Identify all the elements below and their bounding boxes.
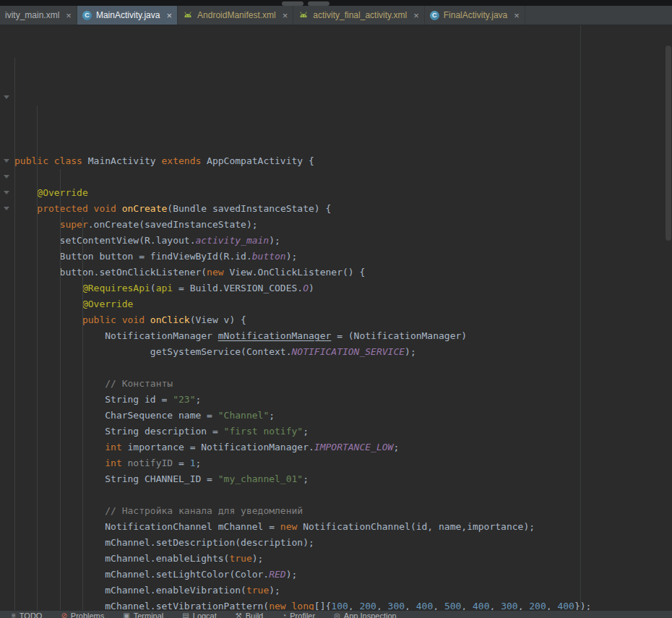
code-line-9[interactable]: @RequiresApi(api = Build.VERSION_CODES.O… bbox=[14, 280, 672, 296]
tab-label: activity_final_activity.xml bbox=[313, 10, 407, 20]
terminal-icon: ▣ bbox=[123, 611, 129, 618]
code-line-4[interactable]: protected void onCreate(Bundle savedInst… bbox=[14, 201, 672, 217]
toolwindow-label: Terminal bbox=[134, 611, 164, 618]
java-class-icon: C bbox=[82, 11, 92, 20]
logcat-icon: ▤ bbox=[182, 611, 189, 618]
toolwindow-button-logcat[interactable]: ▤Logcat bbox=[182, 611, 216, 618]
toolwindow-label: Profiler bbox=[290, 611, 315, 618]
indent-guide bbox=[37, 106, 38, 611]
toolwindow-button-terminal[interactable]: ▣Terminal bbox=[123, 611, 163, 618]
android-icon bbox=[183, 10, 193, 20]
code-line-26[interactable]: mChannel.enableLights(true); bbox=[14, 551, 672, 567]
indent-guide bbox=[82, 217, 83, 611]
tab-close-icon[interactable]: × bbox=[166, 11, 172, 20]
code-line-10[interactable]: @Override bbox=[14, 296, 672, 312]
right-margin-guide bbox=[580, 25, 581, 611]
bottom-tool-bar: ≡TODO⊘Problems▣Terminal▤Logcat⚒Build◔Pro… bbox=[0, 610, 672, 618]
tab-activity-final-activity-xml[interactable]: activity_final_activity.xml× bbox=[293, 6, 424, 25]
toolwindow-button-problems[interactable]: ⊘Problems bbox=[61, 611, 104, 618]
code-line-16[interactable]: String id = "23"; bbox=[14, 392, 672, 408]
toolwindow-button-todo[interactable]: ≡TODO bbox=[12, 611, 42, 618]
tab-ivity-main-xml[interactable]: ivity_main.xml× bbox=[0, 6, 77, 25]
editor-tab-bar: ivity_main.xml×CMainActivity.java×Androi… bbox=[0, 6, 672, 25]
tab-close-icon[interactable]: × bbox=[413, 11, 419, 20]
tab-close-icon[interactable]: × bbox=[66, 11, 72, 20]
java-class-icon: C bbox=[430, 11, 439, 20]
tab-label: AndroidManifest.xml bbox=[197, 10, 276, 20]
tab-close-icon[interactable]: × bbox=[283, 11, 288, 20]
code-line-27[interactable]: mChannel.setLightColor(Color.RED); bbox=[14, 567, 672, 583]
build-hammer-icon: ⚒ bbox=[236, 611, 242, 618]
editor-scrollbar-thumb[interactable] bbox=[665, 46, 671, 241]
toolwindow-label: Build bbox=[246, 611, 263, 618]
toolbar-fragment bbox=[308, 1, 329, 6]
tab-mainactivity-java[interactable]: CMainActivity.java× bbox=[77, 6, 178, 25]
tab-label: ivity_main.xml bbox=[5, 10, 59, 20]
toolwindow-label: Logcat bbox=[193, 611, 217, 618]
code-line-15[interactable]: // Константы bbox=[14, 376, 672, 392]
code-line-13[interactable]: getSystemService(Context.NOTIFICATION_SE… bbox=[14, 344, 672, 360]
code-line-25[interactable]: mChannel.setDescription(description); bbox=[14, 535, 672, 551]
tab-finalactivity-java[interactable]: CFinalActivity.java× bbox=[425, 6, 525, 25]
code-line-28[interactable]: mChannel.enableVibration(true); bbox=[14, 583, 672, 598]
code-line-17[interactable]: CharSequence name = "Channel"; bbox=[14, 408, 672, 424]
editor-pane[interactable]: public class MainActivity extends AppCom… bbox=[0, 25, 672, 611]
code-line-29[interactable]: mChannel.setVibrationPattern(new long[]{… bbox=[14, 598, 672, 611]
code-line-14[interactable] bbox=[14, 360, 672, 376]
code-line-19[interactable]: int importance = NotificationManager.IMP… bbox=[14, 439, 672, 455]
code-line-3[interactable]: @Override bbox=[14, 185, 672, 201]
fold-arrow-icon[interactable] bbox=[4, 191, 9, 194]
tab-close-icon[interactable]: × bbox=[514, 11, 520, 20]
code-line-20[interactable]: int notifyID = 1; bbox=[14, 455, 672, 471]
code-line-22[interactable] bbox=[14, 487, 672, 503]
main-toolbar-cropped bbox=[0, 0, 672, 6]
code-line-2[interactable] bbox=[14, 169, 672, 185]
toolwindow-button-app-inspection[interactable]: ◎App Inspection bbox=[334, 611, 397, 618]
tab-androidmanifest-xml[interactable]: AndroidManifest.xml× bbox=[178, 6, 293, 25]
code-line-24[interactable]: NotificationChannel mChannel = new Notif… bbox=[14, 519, 672, 535]
code-line-1[interactable]: public class MainActivity extends AppCom… bbox=[14, 153, 672, 169]
problems-icon: ⊘ bbox=[61, 611, 66, 618]
android-icon bbox=[298, 10, 309, 20]
toolbar-fragment bbox=[282, 1, 303, 6]
tab-label: FinalActivity.java bbox=[444, 10, 507, 20]
code-line-23[interactable]: // Настройка канала для уведомлений bbox=[14, 503, 672, 519]
fold-arrow-icon[interactable] bbox=[4, 207, 9, 210]
code-line-5[interactable]: super.onCreate(savedInstanceState); bbox=[14, 217, 672, 233]
toolwindow-button-profiler[interactable]: ◔Profiler bbox=[282, 611, 315, 618]
toolwindow-label: Problems bbox=[71, 611, 104, 618]
code-area[interactable]: public class MainActivity extends AppCom… bbox=[0, 25, 672, 611]
tab-label: MainActivity.java bbox=[96, 10, 160, 20]
toolwindow-button-build[interactable]: ⚒Build bbox=[236, 611, 263, 618]
code-line-21[interactable]: String CHANNEL_ID = "my_channel_01"; bbox=[14, 471, 672, 487]
toolwindow-label: TODO bbox=[20, 611, 43, 618]
code-line-11[interactable]: public void onClick(View v) { bbox=[14, 312, 672, 328]
toolwindow-label: App Inspection bbox=[344, 611, 397, 618]
todo-icon: ≡ bbox=[12, 611, 16, 618]
fold-arrow-icon[interactable] bbox=[4, 159, 9, 163]
indent-guide bbox=[60, 169, 61, 611]
code-line-7[interactable]: Button button = findViewById(R.id.button… bbox=[14, 249, 672, 265]
indent-guide bbox=[14, 58, 15, 611]
code-line-6[interactable]: setContentView(R.layout.activity_main); bbox=[14, 233, 672, 249]
app-inspection-icon: ◎ bbox=[334, 611, 340, 618]
code-line-8[interactable]: button.setOnClickListener(new View.OnCli… bbox=[14, 265, 672, 280]
fold-arrow-icon[interactable] bbox=[4, 175, 9, 179]
code-line-18[interactable]: String description = "first notify"; bbox=[14, 424, 672, 439]
profiler-icon: ◔ bbox=[282, 611, 286, 618]
code-line-12[interactable]: NotificationManager mNotificationManager… bbox=[14, 328, 672, 344]
fold-arrow-icon[interactable] bbox=[4, 95, 9, 99]
